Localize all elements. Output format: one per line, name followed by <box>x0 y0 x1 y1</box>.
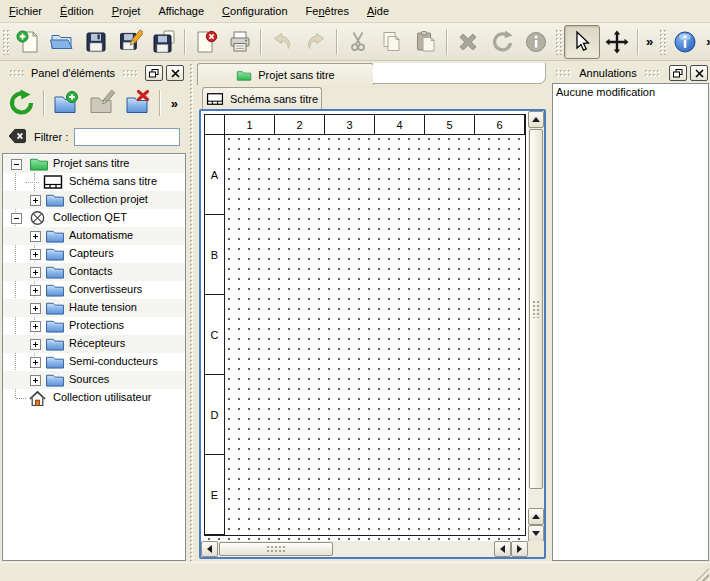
element-info-button[interactable] <box>519 26 553 58</box>
toolbar-overflow-button[interactable]: » <box>702 34 710 49</box>
new-document-button[interactable] <box>11 26 45 58</box>
vertical-scrollbar-thumb[interactable] <box>529 129 543 489</box>
copy-button[interactable] <box>375 26 409 58</box>
tree-item-semi-conducteurs[interactable]: Semi-conducteurs <box>3 353 185 371</box>
tree-item-protections[interactable]: Protections <box>3 317 185 335</box>
scroll-up-button[interactable] <box>528 111 544 128</box>
elements-panel-title-bar[interactable]: Panel d'éléments <box>2 63 186 82</box>
reload-collections-button[interactable] <box>4 84 40 122</box>
clear-filter-button[interactable] <box>7 127 28 147</box>
undo-list-item[interactable]: Aucune modification <box>553 84 708 100</box>
diagram-canvas[interactable]: 1 2 3 4 5 6 A B C D E <box>201 111 528 541</box>
vertical-scrollbar[interactable] <box>528 111 544 541</box>
menu-affichage[interactable]: Affichage <box>149 2 213 20</box>
resize-grip[interactable] <box>696 568 709 581</box>
paste-button[interactable] <box>409 26 443 58</box>
dock-float-button[interactable] <box>669 65 687 81</box>
expand-icon[interactable] <box>30 375 41 386</box>
expand-icon[interactable] <box>30 231 41 242</box>
expand-icon[interactable] <box>30 321 41 332</box>
tree-item-recepteurs[interactable]: Récepteurs <box>3 335 185 353</box>
tree-item-collection-projet[interactable]: Collection projet <box>3 191 185 209</box>
menu-fichier[interactable]: Fichier <box>0 2 51 20</box>
tree-item-projet-sans-titre[interactable]: Projet sans titre <box>3 155 185 173</box>
collapse-icon[interactable] <box>11 213 22 224</box>
toolbar-drag-handle[interactable] <box>659 29 666 55</box>
close-file-button[interactable] <box>189 26 223 58</box>
scroll-right-button[interactable] <box>511 541 528 557</box>
print-button[interactable] <box>223 26 257 58</box>
scroll-down-button[interactable] <box>528 525 544 542</box>
save-button[interactable] <box>79 26 113 58</box>
redo-button[interactable] <box>299 26 333 58</box>
undo-button[interactable] <box>265 26 299 58</box>
scroll-up-button[interactable] <box>528 508 544 525</box>
dock-close-button[interactable] <box>690 65 708 81</box>
float-icon <box>149 69 159 78</box>
column-header: 6 <box>475 115 525 135</box>
cut-button[interactable] <box>341 26 375 58</box>
project-folder-icon <box>29 156 49 171</box>
expand-icon[interactable] <box>30 357 41 368</box>
schema-icon <box>43 174 63 190</box>
menu-edition[interactable]: Édition <box>51 2 103 20</box>
expand-icon[interactable] <box>30 267 41 278</box>
undo-history-list[interactable]: Aucune modification <box>552 83 709 561</box>
dock-close-button[interactable] <box>166 65 184 81</box>
expand-icon[interactable] <box>30 285 41 296</box>
folder-icon <box>45 336 65 351</box>
tree-item-convertisseurs[interactable]: Convertisseurs <box>3 281 185 299</box>
about-info-button[interactable] <box>668 26 702 58</box>
open-file-button[interactable] <box>45 26 79 58</box>
toolbar-drag-handle[interactable] <box>2 29 9 55</box>
move-tool-button[interactable] <box>600 26 634 58</box>
menu-projet[interactable]: Projet <box>103 2 150 20</box>
tree-item-collection-qet[interactable]: Collection QET <box>3 209 185 227</box>
horizontal-scrollbar-thumb[interactable] <box>219 542 333 556</box>
dock-splitter-handle[interactable] <box>186 63 197 562</box>
select-tool-button[interactable] <box>564 25 600 59</box>
toolbar-overflow-button[interactable]: » <box>642 34 657 49</box>
filter-input[interactable] <box>74 128 180 146</box>
project-folder-icon <box>236 69 252 81</box>
rotate-button[interactable] <box>485 26 519 58</box>
new-category-button[interactable] <box>48 84 84 122</box>
delete-category-button[interactable] <box>120 84 156 122</box>
panel-toolbar-overflow-button[interactable]: » <box>167 96 182 111</box>
filter-label: Filtrer : <box>34 131 68 143</box>
tree-item-collection-utilisateur[interactable]: Collection utilisateur <box>3 389 185 407</box>
dock-float-button[interactable] <box>145 65 163 81</box>
save-as-button[interactable] <box>113 26 147 58</box>
tree-item-schema-sans-titre[interactable]: Schéma sans titre <box>3 173 185 191</box>
column-header: 4 <box>375 115 425 135</box>
menu-fenetres[interactable]: Fenêtres <box>297 2 358 20</box>
float-icon <box>673 69 683 78</box>
menu-aide[interactable]: Aide <box>358 2 398 20</box>
edit-category-button[interactable] <box>84 84 120 122</box>
expand-icon[interactable] <box>30 339 41 350</box>
folder-icon <box>45 354 65 369</box>
horizontal-scrollbar[interactable] <box>201 541 528 557</box>
menu-configuration[interactable]: Configuration <box>213 2 296 20</box>
scroll-left-button[interactable] <box>494 541 511 557</box>
tree-item-haute-tension[interactable]: Haute tension <box>3 299 185 317</box>
toolbar-drag-handle[interactable] <box>555 29 562 55</box>
schema-tab[interactable]: Schéma sans titre <box>202 87 322 110</box>
project-tab[interactable]: Projet sans titre <box>197 63 374 85</box>
tree-item-contacts[interactable]: Contacts <box>3 263 185 281</box>
select-arrow-icon <box>569 29 595 55</box>
delete-button[interactable] <box>451 26 485 58</box>
expand-icon[interactable] <box>30 195 41 206</box>
tree-item-capteurs[interactable]: Capteurs <box>3 245 185 263</box>
collapse-icon[interactable] <box>11 159 22 170</box>
undo-panel-title-bar[interactable]: Annulations <box>548 63 710 82</box>
save-all-button[interactable] <box>147 26 181 58</box>
toolbar-separator <box>184 29 186 55</box>
mdi-area: Projet sans titre Schéma sans titre 1 2 … <box>197 63 548 562</box>
tree-item-automatisme[interactable]: Automatisme <box>3 227 185 245</box>
expand-icon[interactable] <box>30 303 41 314</box>
tree-item-sources[interactable]: Sources <box>3 371 185 389</box>
scroll-left-button[interactable] <box>201 541 218 557</box>
toolbar-separator <box>43 90 45 116</box>
expand-icon[interactable] <box>30 249 41 260</box>
